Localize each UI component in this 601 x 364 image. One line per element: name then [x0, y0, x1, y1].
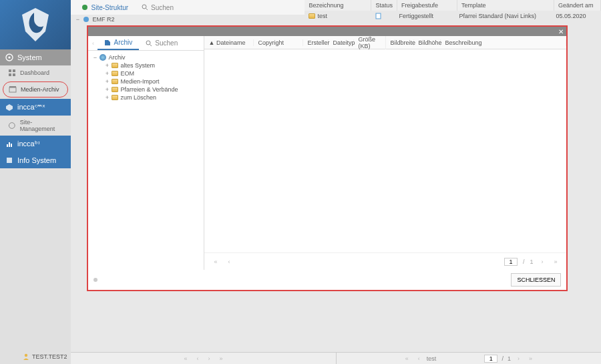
pager-page-input[interactable]	[484, 355, 497, 363]
tree-item[interactable]: +altes System	[92, 61, 200, 69]
main-pane: Site-Struktur Suchen − EMF R2 −	[71, 0, 601, 364]
svg-rect-10	[9, 142, 10, 147]
col-beschreibung[interactable]: Beschreibung	[441, 39, 566, 46]
pager-page-input[interactable]	[504, 258, 518, 266]
cell-freigabe: Fertiggestellt	[395, 11, 455, 21]
user-name: TEST.TEST2	[32, 353, 67, 360]
media-archive-modal: ✕ ‹ Archiv Suchen	[87, 25, 568, 291]
collapse-icon[interactable]: −	[75, 16, 80, 23]
nav-item-medien-archiv[interactable]: Medien-Archiv	[3, 81, 68, 98]
modal-tabs: ‹ Archiv Suchen	[88, 36, 204, 51]
tree-label: Archiv	[108, 54, 125, 61]
col-dateityp[interactable]: Dateityp	[329, 39, 354, 46]
modal-tab-label: Suchen	[155, 39, 178, 47]
svg-point-17	[83, 17, 89, 22]
modal-tab-suchen[interactable]: Suchen	[139, 36, 184, 50]
pager-prev-icon[interactable]: ‹	[415, 355, 423, 362]
search-icon	[146, 40, 152, 47]
svg-line-20	[150, 44, 152, 46]
svg-rect-6	[9, 87, 16, 92]
nav-section-system[interactable]: System	[0, 49, 71, 65]
expand-icon[interactable]: +	[104, 70, 110, 77]
pager-first-icon[interactable]: «	[211, 258, 220, 265]
expand-icon[interactable]: +	[104, 62, 110, 69]
modal-tab-archiv[interactable]: Archiv	[97, 36, 139, 50]
col-dateiname[interactable]: ▲ Dateiname	[204, 39, 254, 46]
archive-icon	[9, 85, 17, 94]
schliessen-button[interactable]: SCHLIESSEN	[511, 273, 561, 287]
col-bezeichnung[interactable]: Bezeichnung	[305, 0, 371, 11]
grid-row[interactable]: test Fertiggestellt Pfarrei Standard (Na…	[305, 11, 601, 21]
file-table-body	[204, 49, 566, 252]
sidebar: System Dashboard Medien-Archiv inccaᶜᵐˣ …	[0, 0, 71, 364]
modal-titlebar[interactable]: ✕	[88, 27, 566, 36]
folder-icon	[309, 13, 315, 19]
modal-pager: « ‹ / 1 › »	[204, 252, 566, 270]
col-groesse[interactable]: Größe (KB)	[354, 36, 386, 49]
col-copyright[interactable]: Copyright	[254, 39, 303, 46]
tree-item[interactable]: +Pfarreien & Verbände	[92, 85, 200, 94]
chart-icon	[5, 140, 13, 148]
collapse-icon[interactable]: −	[92, 54, 97, 61]
col-template[interactable]: Template	[457, 0, 554, 11]
tree-label: Medien-Import	[120, 78, 159, 85]
folder-icon	[112, 95, 118, 100]
tab-suchen[interactable]: Suchen	[135, 2, 180, 13]
modal-tree: − Archiv +altes System +EOM +Medien-Impo…	[88, 51, 204, 270]
tree-label: EMF R2	[92, 16, 114, 23]
expand-icon[interactable]: +	[104, 86, 110, 93]
tab-site-struktur[interactable]: Site-Struktur	[75, 2, 135, 13]
col-geaendert[interactable]: Geändert am	[554, 0, 601, 11]
pager-first-icon[interactable]: «	[182, 355, 190, 362]
svg-point-15	[142, 5, 146, 9]
globe-icon	[83, 16, 89, 23]
tree-root[interactable]: − EMF R2	[71, 15, 305, 24]
svg-rect-12	[7, 158, 12, 163]
nav-section-label: System	[17, 53, 42, 61]
tree-item[interactable]: +Medien-Import	[92, 77, 200, 85]
col-ersteller[interactable]: Ersteller	[303, 39, 329, 46]
col-bildbreite[interactable]: Bildbreite	[386, 39, 414, 46]
tree-label: Pfarreien & Verbände	[120, 86, 178, 93]
cell-bezeichnung: test	[317, 13, 327, 19]
tree-item[interactable]: +zum Löschen	[92, 94, 200, 102]
col-bildhoehe[interactable]: Bildhöhe	[414, 39, 441, 46]
gear-icon	[5, 53, 13, 61]
nav-section-inccacmx[interactable]: inccaᶜᵐˣ	[0, 99, 71, 116]
pager-next-icon[interactable]: ›	[206, 355, 213, 362]
expand-icon[interactable]: +	[104, 78, 110, 85]
user-icon	[23, 353, 29, 360]
tree-label: zum Löschen	[120, 94, 156, 101]
tab-label: Site-Struktur	[91, 4, 128, 11]
tree-label: altes System	[120, 62, 155, 69]
pager-next-icon[interactable]: ›	[515, 355, 522, 362]
status-bar: « ‹ › » « ‹ test / 1 › »	[71, 352, 601, 364]
pager-first-icon[interactable]: «	[403, 355, 411, 362]
pager-next-icon[interactable]: ›	[538, 258, 546, 265]
pager-last-icon[interactable]: »	[551, 258, 560, 265]
expand-icon[interactable]: +	[104, 94, 110, 101]
svg-rect-11	[11, 144, 12, 147]
tab-label: Suchen	[151, 4, 174, 11]
cell-template: Pfarrei Standard (Navi Links)	[455, 11, 552, 21]
pager-prev-icon[interactable]: ‹	[226, 258, 233, 265]
tree-item[interactable]: +EOM	[92, 69, 200, 77]
col-status[interactable]: Status	[371, 0, 397, 11]
close-icon[interactable]: ✕	[558, 28, 564, 35]
tab-prev-icon[interactable]: ‹	[88, 36, 97, 50]
nav-section-info[interactable]: Info System	[0, 152, 71, 168]
nav-section-label: inccaᶜᵐˣ	[17, 103, 45, 112]
col-freigabe[interactable]: Freigabestufe	[397, 0, 457, 11]
nav-section-inccabi[interactable]: inccaᵇᶦ	[0, 136, 71, 152]
grid-header: Bezeichnung Status Freigabestufe Templat…	[305, 0, 601, 11]
tree-root-archiv[interactable]: − Archiv	[92, 53, 200, 61]
info-icon	[5, 156, 13, 164]
pager-last-icon[interactable]: »	[217, 355, 226, 362]
nav-item-site-management[interactable]: Site-Management	[0, 116, 71, 136]
pager-prev-icon[interactable]: ‹	[194, 355, 202, 362]
file-table-header: ▲ Dateiname Copyright Ersteller Dateityp…	[204, 36, 566, 49]
cell-date: 05.05.2020	[552, 11, 598, 21]
app-logo	[0, 0, 71, 49]
nav-item-dashboard[interactable]: Dashboard	[0, 65, 71, 80]
pager-last-icon[interactable]: »	[526, 355, 535, 362]
